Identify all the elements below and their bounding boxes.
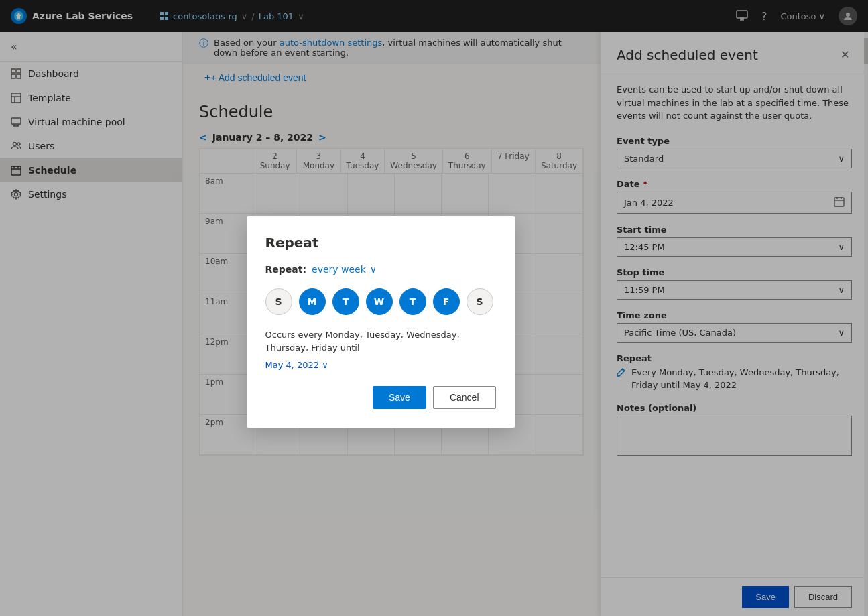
repeat-frequency-row: Repeat: every week ∨ — [265, 264, 496, 275]
occurs-text: Occurs every Monday, Tuesday, Wednesday,… — [265, 328, 496, 355]
day-monday[interactable]: M — [299, 288, 326, 315]
repeat-modal: Repeat Repeat: every week ∨ S M T W T F … — [247, 216, 515, 428]
days-selector: S M T W T F S — [265, 288, 496, 315]
repeat-chevron: ∨ — [370, 264, 377, 275]
until-date-chevron: ∨ — [322, 360, 328, 370]
until-date-value: May 4, 2022 — [265, 360, 320, 370]
modal-footer: Save Cancel — [265, 386, 496, 409]
day-saturday[interactable]: S — [467, 288, 493, 315]
repeat-frequency-select[interactable]: every week ∨ — [312, 264, 377, 275]
modal-save-button[interactable]: Save — [373, 386, 426, 409]
modal-cancel-button[interactable]: Cancel — [433, 386, 496, 409]
repeat-value: every week — [312, 264, 366, 275]
day-thursday[interactable]: T — [399, 288, 426, 315]
day-sunday[interactable]: S — [265, 288, 292, 315]
day-wednesday[interactable]: W — [366, 288, 393, 315]
repeat-prefix: Repeat: — [265, 264, 307, 275]
modal-title: Repeat — [265, 235, 496, 251]
modal-overlay[interactable]: Repeat Repeat: every week ∨ S M T W T F … — [0, 0, 868, 616]
until-date-selector[interactable]: May 4, 2022 ∨ — [265, 360, 496, 370]
day-friday[interactable]: F — [433, 288, 460, 315]
day-tuesday[interactable]: T — [332, 288, 359, 315]
